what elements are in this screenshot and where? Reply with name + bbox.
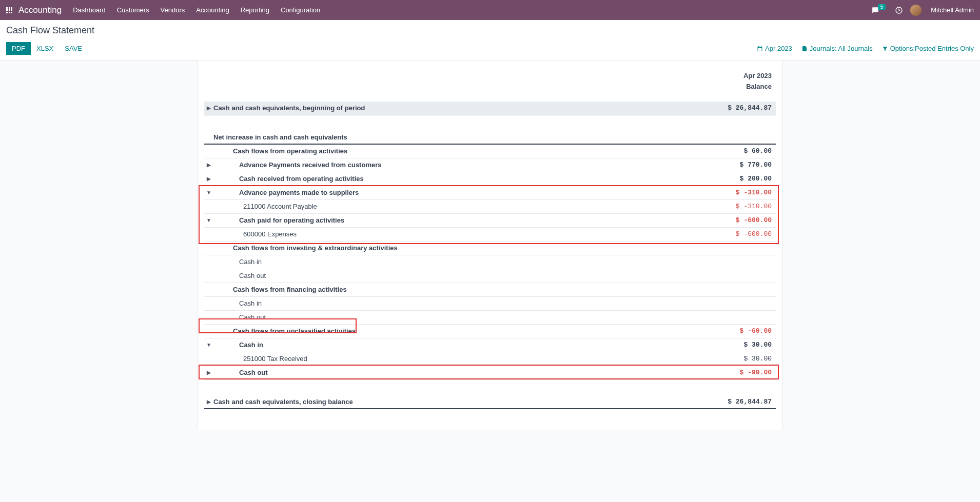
row-label: Advance Payments received from customers <box>213 161 710 169</box>
row-amount: $ 30.00 <box>710 355 772 363</box>
row-label: 251000 Tax Received <box>213 355 710 363</box>
report-row[interactable]: ▶Cash and cash equivalents, closing bala… <box>204 395 776 409</box>
row-amount: $ -310.00 <box>710 189 772 196</box>
report-row[interactable]: Cash flows from investing & extraordinar… <box>204 242 776 255</box>
report-row[interactable]: ▶Cash out$ -90.00 <box>204 366 776 380</box>
report-container: Apr 2023 Balance ▶Cash and cash equivale… <box>0 61 980 430</box>
date-filter-label: Apr 2023 <box>765 45 792 52</box>
row-label: 600000 Expenses <box>213 230 710 238</box>
options-filter-label: Options:Posted Entries Only <box>890 45 974 52</box>
menu-accounting[interactable]: Accounting <box>196 6 229 14</box>
row-label: Cash out <box>213 272 710 279</box>
journals-filter-label: Journals: All Journals <box>810 45 873 52</box>
row-label: 211000 Account Payable <box>213 203 710 210</box>
toolbar: PDF XLSX SAVE Apr 2023 Journals: All Jou… <box>6 42 974 60</box>
row-amount: $ -600.00 <box>710 216 772 224</box>
options-filter[interactable]: Options:Posted Entries Only <box>882 45 974 52</box>
row-label: Cash flows from unclassified activities <box>213 327 710 335</box>
row-amount: $ 30.00 <box>710 341 772 349</box>
menu-configuration[interactable]: Configuration <box>281 6 320 14</box>
row-label: Cash flows from investing & extraordinar… <box>213 244 710 252</box>
report-row[interactable]: 600000 Expenses$ -600.00 <box>204 228 776 242</box>
row-label: Cash flows from operating activities <box>213 147 710 155</box>
chat-icon[interactable]: 5 <box>871 7 888 14</box>
report-balance-label: Balance <box>204 82 772 92</box>
apps-icon[interactable] <box>6 7 12 13</box>
report-row[interactable]: ▶Cash and cash equivalents, beginning of… <box>204 102 776 115</box>
book-icon <box>801 46 808 52</box>
topbar-right: 5 Mitchell Admin <box>871 5 974 16</box>
xlsx-button[interactable]: XLSX <box>31 42 59 55</box>
report-row[interactable]: Cash in <box>204 255 776 269</box>
page-title: Cash Flow Statement <box>6 25 974 36</box>
row-label: Advance payments made to suppliers <box>213 189 710 196</box>
report-header: Apr 2023 Balance <box>204 71 776 92</box>
row-label: Cash flows from financing activities <box>213 286 710 293</box>
report: Apr 2023 Balance ▶Cash and cash equivale… <box>198 61 782 430</box>
report-row[interactable]: 211000 Account Payable$ -310.00 <box>204 200 776 214</box>
row-label: Cash out <box>213 369 710 376</box>
caret-right-icon[interactable]: ▶ <box>204 399 213 405</box>
top-navbar: Accounting Dashboard Customers Vendors A… <box>0 0 980 20</box>
report-row[interactable]: ▼Cash in$ 30.00 <box>204 338 776 352</box>
caret-down-icon[interactable]: ▼ <box>204 342 213 348</box>
pdf-button[interactable]: PDF <box>6 42 31 55</box>
filter-icon <box>882 46 888 52</box>
row-label: Cash and cash equivalents, beginning of … <box>213 104 710 112</box>
report-row[interactable]: 251000 Tax Received$ 30.00 <box>204 352 776 366</box>
row-label: Cash paid for operating activities <box>213 216 710 224</box>
subheader: Cash Flow Statement PDF XLSX SAVE Apr 20… <box>0 20 980 61</box>
row-amount: $ 26,844.87 <box>710 398 772 406</box>
notification-badge: 5 <box>878 4 886 10</box>
row-amount: $ -600.00 <box>710 230 772 238</box>
menu-dashboard[interactable]: Dashboard <box>73 6 106 14</box>
row-amount: $ -310.00 <box>710 203 772 210</box>
row-amount: $ 770.00 <box>710 161 772 169</box>
report-row[interactable]: Cash flows from operating activities$ 60… <box>204 145 776 158</box>
report-rows: ▶Cash and cash equivalents, beginning of… <box>204 102 776 409</box>
caret-right-icon[interactable]: ▶ <box>204 162 213 168</box>
row-label: Cash and cash equivalents, closing balan… <box>213 398 710 406</box>
date-filter[interactable]: Apr 2023 <box>757 45 792 52</box>
menu-reporting[interactable]: Reporting <box>241 6 269 14</box>
row-amount: $ -90.00 <box>710 369 772 376</box>
report-row[interactable]: Cash in <box>204 297 776 311</box>
caret-right-icon[interactable]: ▶ <box>204 105 213 111</box>
caret-right-icon[interactable]: ▶ <box>204 176 213 182</box>
report-row[interactable]: ▶Cash received from operating activities… <box>204 172 776 186</box>
avatar[interactable] <box>910 5 922 16</box>
row-label: Cash in <box>213 341 710 349</box>
menu-vendors[interactable]: Vendors <box>161 6 185 14</box>
row-amount: $ 200.00 <box>710 175 772 183</box>
report-row[interactable]: Cash out <box>204 311 776 325</box>
report-row[interactable]: ▼Advance payments made to suppliers$ -31… <box>204 186 776 200</box>
report-period: Apr 2023 <box>204 71 772 82</box>
menu-customers[interactable]: Customers <box>117 6 149 14</box>
row-label: Cash in <box>213 299 710 307</box>
report-row[interactable]: Cash flows from financing activities <box>204 283 776 297</box>
brand-title[interactable]: Accounting <box>18 5 62 15</box>
report-row[interactable]: Cash flows from unclassified activities$… <box>204 325 776 338</box>
row-amount: $ 26,844.87 <box>710 104 772 112</box>
journals-filter[interactable]: Journals: All Journals <box>801 45 873 52</box>
row-amount: $ -60.00 <box>710 327 772 335</box>
toolbar-filters: Apr 2023 Journals: All Journals Options:… <box>757 45 974 52</box>
report-row[interactable]: Cash out <box>204 269 776 283</box>
report-row[interactable]: ▼Cash paid for operating activities$ -60… <box>204 214 776 228</box>
save-button[interactable]: SAVE <box>59 42 88 55</box>
row-amount: $ 60.00 <box>710 147 772 155</box>
calendar-icon <box>757 46 763 52</box>
row-label: Cash out <box>213 313 710 321</box>
caret-down-icon[interactable]: ▼ <box>204 190 213 195</box>
user-name[interactable]: Mitchell Admin <box>931 6 974 14</box>
row-label: Cash received from operating activities <box>213 175 710 183</box>
clock-icon[interactable] <box>895 6 903 14</box>
report-row[interactable]: ▶Advance Payments received from customer… <box>204 158 776 172</box>
report-row[interactable]: Net increase in cash and cash equivalent… <box>204 131 776 145</box>
row-label: Cash in <box>213 258 710 266</box>
row-label: Net increase in cash and cash equivalent… <box>213 133 710 141</box>
caret-down-icon[interactable]: ▼ <box>204 217 213 223</box>
main-menu: Dashboard Customers Vendors Accounting R… <box>73 6 320 14</box>
caret-right-icon[interactable]: ▶ <box>204 370 213 375</box>
